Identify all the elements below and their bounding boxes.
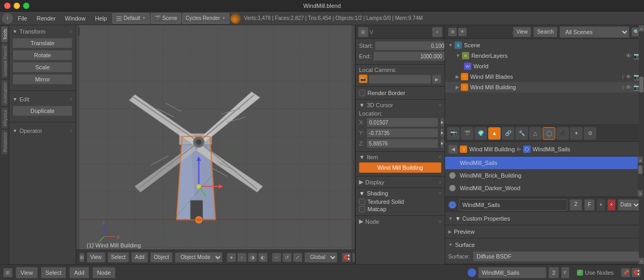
menu-window[interactable]: Window (61, 14, 90, 23)
mat-type-icon[interactable]: ◯ (448, 201, 457, 209)
menu-help[interactable]: Help (91, 14, 111, 23)
y-arrow-icon[interactable]: ▶ (440, 128, 444, 138)
textured-solid-checkbox[interactable] (359, 199, 365, 205)
outliner-scrollbar[interactable]: ▲ ▼ (639, 39, 644, 125)
all-scenes-selector[interactable]: All Scenes (559, 26, 629, 38)
manipulator-scale-icon[interactable]: ⤢ (293, 253, 302, 262)
prop-render-icon[interactable]: 📷 (447, 127, 460, 140)
prop-physics-icon[interactable]: ⚙ (584, 127, 596, 140)
pin-icon[interactable]: 📌 (621, 268, 630, 277)
mat-name-input[interactable] (459, 199, 567, 211)
vp-object-button[interactable]: Object (150, 252, 173, 263)
viewport-type-icon[interactable]: ⊞ (79, 253, 85, 262)
vp-pivot-selector[interactable]: Global (304, 252, 337, 263)
tree-item-blades[interactable]: ▶ ▽ Wind Mill Blades | 👁 📷 (445, 71, 644, 82)
bottom-add-btn[interactable]: Add (69, 267, 89, 278)
mat-x-button[interactable]: × (607, 199, 616, 211)
material-item-glass[interactable]: WindMill_Glass (445, 194, 644, 196)
prop-material-icon[interactable]: ◯ (543, 127, 555, 140)
prop-modifiers-icon[interactable]: 🔧 (515, 127, 528, 140)
bottom-select-btn[interactable]: Select (41, 267, 67, 278)
info-icon[interactable]: i (2, 13, 13, 24)
editor-type-selector[interactable]: ⊞ Default ▼ (112, 13, 150, 24)
manipulator-translate-icon[interactable]: ↔ (272, 253, 281, 262)
tab-tools[interactable]: Tools (1, 26, 8, 43)
manipulator-rotate-icon[interactable]: ↺ (282, 253, 292, 262)
building-eye-icon[interactable]: 👁 (626, 84, 631, 90)
tab-anim[interactable]: Animation (1, 80, 8, 106)
bottom-type-icon[interactable]: ⊞ (3, 268, 13, 277)
mat-scrollbar[interactable]: ▲ ▼ (638, 157, 644, 196)
prop-texture-icon[interactable]: ⬛ (556, 127, 569, 140)
renderlayers-eye-icon[interactable]: 👁 (626, 53, 631, 59)
prop-scene-icon[interactable]: 🎬 (461, 127, 473, 140)
x-input[interactable] (366, 118, 438, 127)
duplicate-button[interactable]: Duplicate (13, 106, 72, 116)
tab-physics[interactable]: Physics (1, 107, 8, 129)
menu-file[interactable]: File (14, 14, 31, 23)
preview-header[interactable]: ▶ Preview (448, 227, 641, 236)
node-mat-input[interactable] (478, 267, 546, 278)
mat-data-selector[interactable]: Data (618, 199, 641, 211)
maximize-button[interactable] (23, 3, 29, 9)
vp-add-button[interactable]: Add (131, 252, 148, 263)
prop-world-icon[interactable]: 🌍 (474, 127, 487, 140)
mat-scroll-track[interactable] (638, 163, 644, 190)
scale-button[interactable]: Scale (13, 62, 72, 72)
camera-field[interactable] (368, 75, 431, 84)
outliner-icon-2[interactable]: 👁 (458, 28, 467, 36)
z-input[interactable] (366, 139, 438, 148)
tab-grease[interactable]: Grease Pencil (1, 44, 8, 79)
view-button[interactable]: View (513, 27, 532, 37)
node-f-icon[interactable]: F (561, 267, 569, 278)
mat-f-button[interactable]: F (584, 199, 595, 211)
outliner-icon-1[interactable]: ⊞ (448, 28, 457, 36)
close-button[interactable] (4, 3, 10, 9)
translate-button[interactable]: Translate (13, 38, 72, 48)
bottom-view-btn[interactable]: View (16, 267, 38, 278)
vp-select-button[interactable]: Select (108, 252, 130, 263)
proportional-edit-icon[interactable]: ◎ (352, 253, 355, 262)
use-nodes-checkbox[interactable]: ✓ (577, 269, 583, 276)
item-name-button[interactable]: Wind Mill Building (359, 162, 441, 173)
bottom-node-btn[interactable]: Node (92, 267, 115, 278)
matcap-checkbox[interactable] (359, 206, 365, 212)
snap-icon[interactable]: 🧲 (342, 253, 351, 262)
viewport-shading-render[interactable]: ◐ (258, 253, 268, 262)
mat-scroll-up[interactable]: ▲ (638, 157, 643, 163)
scroll-track[interactable] (639, 39, 644, 125)
surface-shader-selector[interactable]: Diffuse BSDF (473, 251, 641, 262)
mat-scroll-down[interactable]: ▼ (638, 190, 643, 196)
tree-item-world[interactable]: W World (445, 61, 644, 71)
material-item-wood[interactable]: WindMill_Darker_Wood (445, 182, 644, 194)
viewport-shading-wire[interactable]: ○ (237, 253, 247, 262)
minimize-button[interactable] (14, 3, 20, 9)
viewport-shading-solid[interactable]: ● (227, 253, 236, 262)
breadcrumb-back-icon[interactable]: ◀ (448, 144, 458, 154)
snap-node-icon[interactable]: 🧲 (631, 268, 641, 277)
y-input[interactable] (366, 128, 438, 138)
viewport-3d[interactable]: User Persp (76, 25, 355, 264)
engine-selector[interactable]: Cycles Render ▼ (182, 13, 230, 24)
material-item-brick[interactable]: WindMill_Brick_Building (445, 169, 644, 182)
vp-mode-selector[interactable]: Object Mode (175, 252, 223, 263)
x-arrow-icon[interactable]: ▶ (440, 118, 444, 127)
tab-relations[interactable]: Relations (1, 130, 8, 155)
scene-selector[interactable]: 🎬 Scene (151, 13, 181, 24)
prop-data-icon[interactable]: △ (529, 127, 542, 140)
breadcrumb-mesh-item[interactable]: ▽ Wind Mill Building (460, 146, 515, 153)
vp-view-button[interactable]: View (87, 252, 105, 263)
menu-render[interactable]: Render (33, 14, 60, 23)
camera-browse-icon[interactable]: ▶ (432, 75, 441, 84)
viewport-shading-mat[interactable]: ◑ (248, 253, 257, 262)
start-input[interactable] (375, 41, 445, 50)
panel-close-icon[interactable]: × (432, 27, 442, 37)
surface-header[interactable]: ▼ Surface (448, 241, 641, 249)
tree-item-building[interactable]: ▶ ▽ Wind Mill Building | 👁 📷 (445, 82, 644, 92)
custom-properties-header[interactable]: ▼ ▼ Custom Properties (448, 214, 641, 223)
prop-object-icon[interactable]: ▲ (488, 127, 501, 140)
prop-particles-icon[interactable]: ✦ (570, 127, 583, 140)
tree-item-renderlayers[interactable]: ▼ R RenderLayers 👁 📷 (445, 50, 644, 61)
tree-item-scene[interactable]: ▼ S Scene (445, 40, 644, 50)
material-item-sails[interactable]: WindMill_Sails (445, 157, 644, 169)
